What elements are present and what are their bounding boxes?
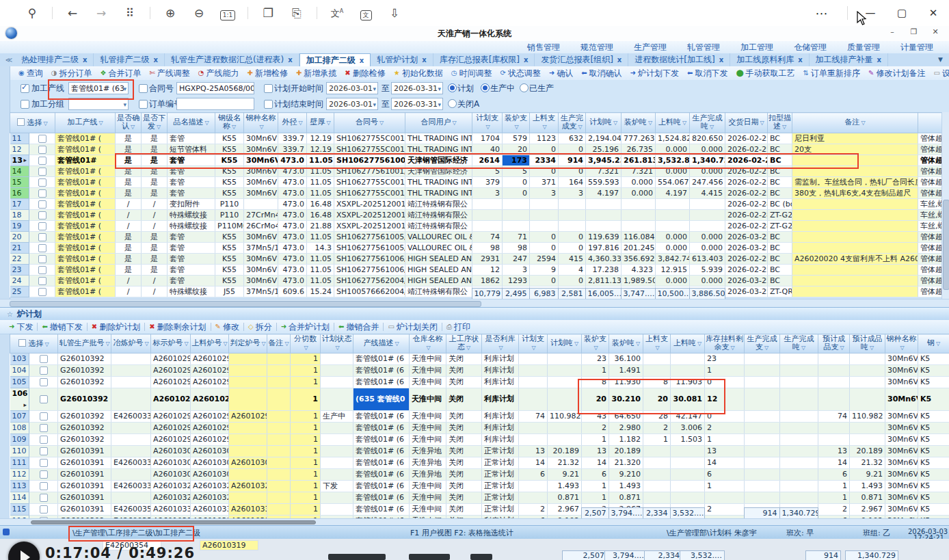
- cell-est-t[interactable]: [850, 354, 885, 365]
- table-row[interactable]: 17套管线01# (//变扣附件P110473.016.48XSXPL-2025…: [10, 199, 949, 210]
- cell-feed-no[interactable]: A26010297: [191, 423, 229, 434]
- cell-steel[interactable]: 30Mn6V: [885, 377, 918, 388]
- cell-steel[interactable]: 30Mn6V: [244, 144, 278, 155]
- tab-close-icon[interactable]: x: [288, 56, 292, 64]
- cell-smelt-no[interactable]: [111, 423, 151, 434]
- cell-steel[interactable]: 30Mn6V: [244, 276, 278, 286]
- cell-est-pcs[interactable]: 1: [818, 481, 850, 492]
- filter-icon[interactable]: ▽: [764, 345, 768, 351]
- row-checkbox[interactable]: [40, 482, 48, 490]
- cell-send[interactable]: 是: [142, 177, 168, 188]
- row-checkbox[interactable]: [40, 470, 48, 479]
- cell-splits[interactable]: 1: [291, 365, 321, 377]
- cell-feed-t[interactable]: 3.006: [671, 423, 705, 434]
- cell-wall[interactable]: 11.05: [307, 155, 334, 166]
- cell-furnace-pcs[interactable]: 2: [582, 423, 609, 434]
- tab-close-icon[interactable]: x: [524, 56, 528, 64]
- end-to-date[interactable]: 2026-03-31: [391, 98, 443, 110]
- cell-grade[interactable]: K5: [918, 446, 949, 457]
- cell-furnace-t[interactable]: 1,989.50: [621, 276, 656, 286]
- tab[interactable]: 轧管排产二级x: [94, 53, 164, 66]
- cell-grade[interactable]: K55: [215, 177, 244, 188]
- cell-done-pcs[interactable]: [559, 210, 586, 221]
- cell-feed-t[interactable]: 0.000: [656, 232, 690, 243]
- cell-contract[interactable]: SH106277561006/001: [334, 265, 405, 276]
- cell-warehouse[interactable]: 天淮中间: [410, 365, 446, 377]
- cell-furnace-t[interactable]: 64.650: [609, 411, 643, 423]
- cell-steel[interactable]: 30Mn6V: [244, 188, 278, 199]
- cell-splits[interactable]: 1: [291, 423, 321, 434]
- cell-done-t[interactable]: [780, 481, 818, 492]
- cell-judge-no[interactable]: A26010302: [229, 457, 267, 469]
- cell-done-pcs[interactable]: [745, 411, 780, 423]
- cell-done-t[interactable]: [780, 446, 818, 457]
- cell-prev-status[interactable]: 关闭: [446, 411, 482, 423]
- row-checkbox-cell[interactable]: [29, 254, 55, 265]
- split-order-button[interactable]: ◑拆分订单: [48, 68, 96, 79]
- cell-smelt-no[interactable]: [111, 377, 151, 388]
- cell-grade[interactable]: K5: [918, 481, 949, 492]
- row-checkbox[interactable]: [40, 355, 48, 363]
- cell-thread[interactable]: BC: [768, 276, 792, 286]
- row-checkbox[interactable]: [38, 222, 46, 230]
- col-header-feed-pcs[interactable]: 上料支▽: [530, 113, 559, 133]
- cell-done-t[interactable]: 5.939: [690, 265, 725, 276]
- cell-plan-t[interactable]: [586, 221, 621, 232]
- cell-plan-t[interactable]: 559.593: [586, 177, 621, 188]
- cell-furnace-pcs[interactable]: 173: [503, 155, 530, 166]
- cell-send[interactable]: /: [142, 210, 168, 221]
- filter-icon[interactable]: ▽: [542, 124, 546, 130]
- menu-item[interactable]: 轧管管理: [677, 42, 730, 53]
- cell-done-pcs[interactable]: [745, 423, 780, 434]
- row-checkbox[interactable]: [38, 168, 46, 176]
- menu-item[interactable]: 计量管理: [890, 42, 944, 53]
- cell-od[interactable]: 473.0: [278, 210, 307, 221]
- cell-plan-t[interactable]: 2,811.13: [586, 276, 621, 286]
- cell-feed-no[interactable]: A26010297: [191, 411, 229, 423]
- cell-thread[interactable]: BC: [768, 254, 792, 265]
- col-header-mark-no[interactable]: 标示炉号▽: [151, 334, 191, 354]
- cell-judge-no[interactable]: [229, 365, 267, 377]
- cell-plan-pcs[interactable]: 12: [472, 265, 503, 276]
- cell-plan-pcs[interactable]: [519, 492, 548, 504]
- cell-mark-no[interactable]: A26010297: [151, 423, 191, 434]
- cell-warehouse[interactable]: 天淮中间: [410, 354, 446, 365]
- cell-plan-pcs[interactable]: [519, 434, 548, 446]
- table-row[interactable]: 114G26010391A26010324A260103241套管线01# (6…: [10, 492, 949, 504]
- cell-send[interactable]: /: [142, 199, 168, 210]
- order-resort-button[interactable]: ⇅订单重新排序: [800, 68, 864, 79]
- cell-remain[interactable]: 1: [705, 481, 745, 492]
- cell-contract[interactable]: SH10627755C001/001: [334, 177, 405, 188]
- cell-feed-pcs[interactable]: 0: [530, 166, 559, 177]
- filter-icon[interactable]: ▽: [98, 120, 103, 126]
- init-data-button[interactable]: ★初始化数据: [390, 68, 446, 79]
- cell-furnace-t[interactable]: 777.263: [621, 133, 656, 144]
- cell-plan-t[interactable]: 9.21: [548, 469, 582, 481]
- cell-thread[interactable]: BC (bo: [768, 199, 792, 210]
- cell-feed-t[interactable]: 12.915: [656, 265, 690, 276]
- cell-feed-no[interactable]: A26010302: [191, 469, 229, 481]
- cell-steel[interactable]: 30Mn6V: [885, 354, 918, 365]
- cell-judge-no[interactable]: [229, 388, 267, 411]
- table-row[interactable]: 23套管线01# (是是套管K5530Mn6V473.011.05SH10627…: [10, 265, 949, 276]
- cell-mark-no[interactable]: A26010298: [151, 365, 191, 377]
- cell-furnace-t[interactable]: 0.000: [621, 188, 656, 199]
- cell-date[interactable]: 2026-02-25: [725, 155, 768, 166]
- row-checkbox[interactable]: [38, 146, 46, 154]
- cell-customer[interactable]: HIGH SEALED AND: [405, 265, 472, 276]
- cell-warehouse[interactable]: 天淮中间: [410, 423, 446, 434]
- cell-mark-no[interactable]: A26010297: [151, 411, 191, 423]
- col-header-date[interactable]: 交货日期▽: [725, 113, 768, 133]
- cell-note[interactable]: [792, 232, 918, 243]
- cell-utilize[interactable]: 利库计划: [482, 423, 519, 434]
- col-header-line-desc[interactable]: 产线描述▽: [353, 334, 410, 354]
- cell-smelt-no[interactable]: E42600338: [111, 411, 151, 423]
- cell-steel[interactable]: [244, 199, 278, 210]
- filter-icon[interactable]: ▽: [131, 124, 135, 130]
- filter-icon[interactable]: ▽: [593, 345, 598, 351]
- cell-utilize[interactable]: 正常计划: [482, 492, 519, 504]
- row-checkbox-cell[interactable]: [29, 354, 58, 365]
- cell-confirm[interactable]: /: [116, 276, 142, 286]
- cell-line-desc[interactable]: 套管线01# (6: [353, 354, 410, 365]
- cell-feed-pcs[interactable]: 9: [530, 265, 559, 276]
